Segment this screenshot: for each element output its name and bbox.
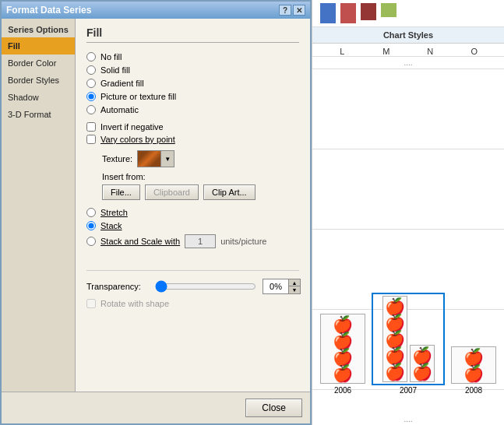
apple-icon: 🍎	[385, 331, 405, 347]
rotate-shape-label: Rotate with shape	[100, 299, 169, 308]
rotate-shape-checkbox[interactable]	[86, 299, 96, 308]
gradient-fill-radio[interactable]	[86, 79, 96, 88]
spin-down-button[interactable]: ▼	[289, 286, 300, 293]
dialog-title: Format Data Series	[6, 5, 91, 16]
units-input[interactable]	[185, 234, 216, 248]
invert-negative-checkbox[interactable]	[86, 122, 96, 132]
dots-label-bottom: ....	[404, 415, 412, 423]
apples-col-2008: 🍎 🍎	[463, 349, 484, 381]
radio-stack[interactable]: Stack	[86, 221, 299, 230]
help-button[interactable]: ?	[279, 5, 291, 16]
apple-icon: 🍎	[385, 298, 405, 314]
no-fill-radio[interactable]	[86, 52, 96, 61]
vary-colors-label[interactable]: Vary colors by point	[100, 135, 175, 144]
spin-buttons: ▲ ▼	[288, 279, 300, 293]
swatch-green	[381, 3, 397, 17]
vary-colors-checkbox[interactable]	[86, 135, 96, 144]
bar-2007-selected: 🍎 🍎 🍎 🍎 🍎 🍎 🍎	[373, 294, 443, 384]
radio-stack-scale[interactable]: Stack and Scale with units/picture	[86, 234, 299, 248]
insert-buttons: File... Clipboard Clip Art...	[102, 184, 299, 200]
chart-styles-bar: Chart Styles	[312, 27, 504, 44]
bar-2008: 🍎 🍎	[451, 346, 496, 384]
bar-2006: 🍎 🍎 🍎 🍎	[320, 314, 365, 384]
solid-fill-radio[interactable]	[86, 65, 96, 75]
transparency-percent-group: ▲ ▼	[263, 279, 301, 294]
apple-icon: 🍎	[333, 316, 353, 332]
clip-art-button[interactable]: Clip Art...	[203, 184, 256, 200]
invert-negative-item[interactable]: Invert if negative	[86, 122, 299, 132]
transparency-row: Transparency: ▲ ▼	[86, 279, 299, 294]
col-header-M: M	[365, 47, 409, 56]
radio-gradient-fill[interactable]: Gradient fill	[86, 79, 299, 88]
transparency-slider-container	[155, 279, 256, 293]
solid-fill-label[interactable]: Solid fill	[100, 65, 130, 75]
texture-label: Texture:	[102, 154, 132, 163]
titlebar-controls: ? ✕	[279, 5, 305, 16]
year-label-2006: 2006	[334, 386, 351, 395]
stack-scale-label[interactable]: Stack and Scale with	[100, 237, 180, 246]
stretch-stack-group: Stretch Stack Stack and Scale with units…	[86, 208, 299, 248]
insert-from-label: Insert from:	[102, 172, 299, 181]
format-data-series-dialog: Format Data Series ? ✕ Series Options Fi…	[0, 0, 312, 425]
texture-dropdown-button[interactable]: ▼	[161, 151, 174, 167]
swatch-darkred	[361, 3, 376, 20]
sidebar-item-border-color[interactable]: Border Color	[2, 54, 75, 72]
swatch-red	[340, 3, 356, 23]
rotate-shape-row[interactable]: Rotate with shape	[86, 299, 299, 308]
texture-row: Texture: ▼	[102, 150, 299, 167]
radio-picture-texture-fill[interactable]: Picture or texture fill	[86, 92, 299, 101]
transparency-label: Transparency:	[86, 282, 149, 291]
picture-texture-fill-label[interactable]: Picture or texture fill	[100, 92, 176, 101]
col-header-O: O	[453, 47, 497, 56]
apple-icon: 🍎	[412, 347, 432, 364]
texture-combo[interactable]: ▼	[137, 150, 174, 167]
stretch-radio[interactable]	[86, 208, 96, 217]
sidebar-section-header: Series Options	[2, 22, 75, 37]
radio-solid-fill[interactable]: Solid fill	[86, 65, 299, 75]
stack-radio[interactable]	[86, 221, 96, 230]
stack-scale-radio[interactable]	[86, 237, 96, 246]
dialog-titlebar: Format Data Series ? ✕	[2, 2, 310, 19]
sidebar-item-border-styles[interactable]: Border Styles	[2, 72, 75, 89]
bar-2007b: 🍎 🍎	[410, 345, 435, 382]
stack-label[interactable]: Stack	[100, 221, 122, 230]
vary-colors-item[interactable]: Vary colors by point	[86, 135, 299, 144]
group-2006: 🍎 🍎 🍎 🍎 2006	[320, 314, 365, 395]
dots-row-top: ....	[312, 57, 504, 68]
no-fill-label[interactable]: No fill	[100, 52, 122, 61]
units-label: units/picture	[220, 237, 266, 246]
close-button[interactable]: Close	[245, 399, 302, 417]
apple-icon: 🍎	[333, 332, 353, 349]
apple-icon: 🍎	[463, 349, 484, 365]
automatic-radio[interactable]	[86, 105, 96, 114]
dialog-close-button[interactable]: ✕	[293, 5, 305, 16]
chart-swatches	[312, 0, 504, 27]
apples-col-2006: 🍎 🍎 🍎 🍎	[333, 316, 353, 381]
picture-texture-fill-radio[interactable]	[86, 92, 96, 101]
bar-2007a: 🍎 🍎 🍎 🍎 🍎	[382, 296, 407, 382]
transparency-slider[interactable]	[155, 281, 256, 292]
chart-styles-label: Chart Styles	[383, 30, 433, 40]
invert-negative-label[interactable]: Invert if negative	[100, 122, 164, 132]
spin-up-button[interactable]: ▲	[289, 279, 300, 286]
col-header-N: N	[408, 47, 453, 56]
year-label-2007: 2007	[400, 386, 417, 395]
radio-automatic[interactable]: Automatic	[86, 105, 299, 114]
transparency-percent-input[interactable]	[263, 279, 288, 293]
apple-icon: 🍎	[385, 314, 405, 331]
clipboard-button[interactable]: Clipboard	[145, 184, 199, 200]
apple-icon: 🍎	[385, 347, 405, 364]
gradient-fill-label[interactable]: Gradient fill	[100, 79, 144, 88]
apple-icon: 🍎	[333, 349, 353, 365]
file-button[interactable]: File...	[102, 184, 140, 200]
radio-stretch[interactable]: Stretch	[86, 208, 299, 217]
col-header-L: L	[320, 47, 365, 56]
texture-preview	[138, 151, 161, 167]
sidebar-item-3d-format[interactable]: 3-D Format	[2, 106, 75, 123]
sidebar: Series Options Fill Border Color Border …	[2, 19, 76, 392]
radio-no-fill[interactable]: No fill	[86, 52, 299, 61]
automatic-label[interactable]: Automatic	[100, 105, 139, 114]
sidebar-item-shadow[interactable]: Shadow	[2, 89, 75, 106]
sidebar-item-fill[interactable]: Fill	[2, 37, 75, 54]
stretch-label[interactable]: Stretch	[100, 208, 128, 217]
